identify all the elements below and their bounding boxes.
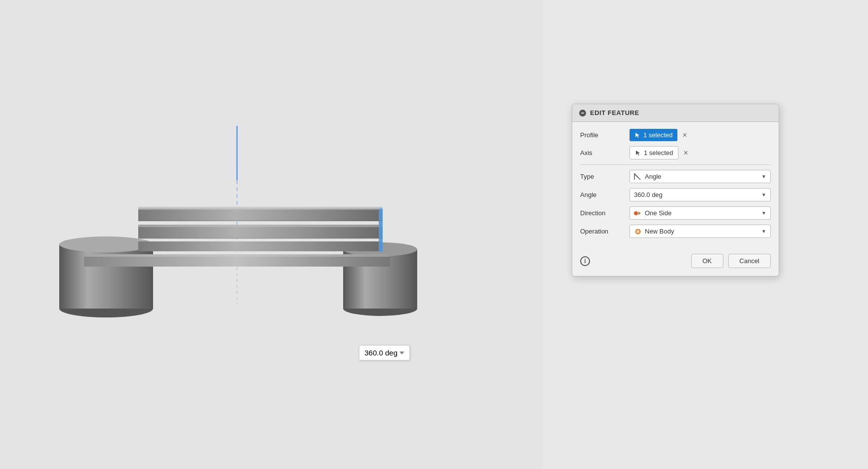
canvas-area: 360.0 deg [0,0,543,469]
ok-button[interactable]: OK [691,254,723,268]
direction-dropdown[interactable]: One Side ▼ [630,206,771,220]
svg-rect-14 [379,207,383,252]
type-dropdown-content: Angle [634,173,661,180]
panel-footer: i OK Cancel [572,249,779,268]
cancel-button[interactable]: Cancel [728,254,771,268]
svg-rect-12 [138,225,383,227]
axis-control: 1 selected × [630,146,771,159]
axis-cursor-icon [635,150,642,156]
profile-row: Profile 1 selected × [580,129,771,141]
type-dropdown[interactable]: Angle ▼ [630,170,771,183]
angle-input[interactable]: 360.0 deg ▼ [630,188,771,201]
svg-point-23 [634,211,638,215]
angle-row: Angle 360.0 deg ▼ [580,188,771,201]
panel-header: EDIT FEATURE [572,104,779,122]
profile-label: Profile [580,131,625,139]
axis-label: Axis [580,149,625,156]
type-control: Angle ▼ [630,170,771,183]
profile-control: 1 selected × [630,129,771,141]
svg-marker-21 [636,151,640,156]
operation-dropdown-value: New Body [645,228,674,235]
direction-row: Direction One Side ▼ [580,206,771,220]
svg-rect-4 [59,244,153,309]
direction-dropdown-arrow: ▼ [761,210,766,216]
profile-selected-value: 1 selected [643,131,672,139]
svg-rect-17 [138,206,383,209]
svg-marker-20 [635,133,639,138]
direction-dropdown-value: One Side [645,209,671,217]
svg-rect-13 [138,241,383,251]
edit-feature-panel: EDIT FEATURE Profile 1 selected × Axis [572,104,779,276]
divider-1 [580,164,771,165]
profile-selected-button[interactable]: 1 selected [630,129,677,141]
axis-clear-button[interactable]: × [681,148,690,158]
direction-label: Direction [580,209,625,217]
angle-tooltip-arrow [399,352,404,354]
panel-minimize-icon[interactable] [579,110,586,117]
axis-selected-value: 1 selected [644,149,673,156]
direction-dropdown-content: One Side [634,209,671,217]
axis-selected-button[interactable]: 1 selected [630,146,678,159]
model-svg [35,111,454,358]
panel-title: EDIT FEATURE [590,109,639,117]
type-dropdown-arrow: ▼ [761,174,766,179]
footer-buttons: OK Cancel [691,254,771,268]
operation-dropdown-content: New Body [634,228,674,235]
operation-dropdown-arrow: ▼ [761,229,766,234]
type-row: Type Angle ▼ [580,170,771,183]
new-body-icon [634,228,642,235]
type-dropdown-value: Angle [645,173,661,180]
angle-control: 360.0 deg ▼ [630,188,771,201]
info-button[interactable]: i [580,256,590,266]
direction-control: One Side ▼ [630,206,771,220]
angle-input-value: 360.0 deg [634,191,663,198]
svg-point-26 [636,230,639,233]
svg-line-22 [634,174,638,177]
type-label: Type [580,173,625,180]
angle-tooltip: 360.0 deg [359,345,410,360]
svg-rect-16 [84,254,390,257]
operation-dropdown[interactable]: New Body ▼ [630,225,771,238]
angle-type-icon [634,173,642,180]
operation-label: Operation [580,228,625,235]
axis-row: Axis 1 selected × [580,146,771,159]
panel-body: Profile 1 selected × Axis 1 sele [572,122,779,246]
svg-marker-24 [638,212,641,215]
angle-input-arrow: ▼ [761,192,766,197]
operation-row: Operation New Body ▼ [580,225,771,238]
cursor-icon [634,132,641,139]
operation-control: New Body ▼ [630,225,771,238]
profile-clear-button[interactable]: × [680,130,689,140]
one-side-icon [634,210,642,217]
angle-tooltip-value: 360.0 deg [364,349,397,357]
angle-label: Angle [580,191,625,198]
